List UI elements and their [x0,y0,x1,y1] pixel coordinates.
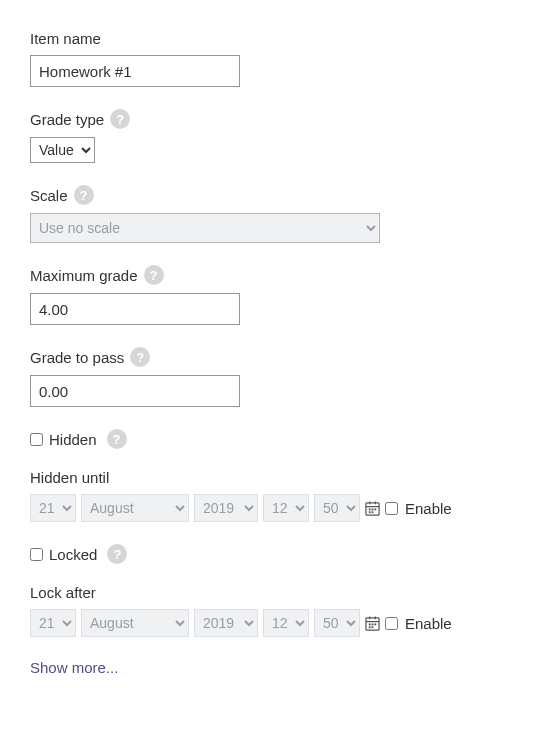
hidden-until-day-select: 21 [30,494,76,522]
lock-after-enable-checkbox[interactable] [385,617,398,630]
svg-rect-13 [369,623,371,625]
scale-select: Use no scale [30,213,380,243]
svg-rect-15 [374,623,376,625]
max-grade-label-text: Maximum grade [30,267,138,284]
lock-after-enable-label: Enable [405,615,452,632]
lock-after-hour-select: 12 [263,609,309,637]
locked-checkbox[interactable] [30,548,43,561]
item-name-input[interactable] [30,55,240,87]
grade-type-label-text: Grade type [30,111,104,128]
lock-after-label-text: Lock after [30,584,96,601]
hidden-label: Hidden [49,431,97,448]
hidden-until-enable-checkbox[interactable] [385,502,398,515]
calendar-icon[interactable] [365,616,380,631]
svg-rect-16 [369,626,371,628]
show-more-link[interactable]: Show more... [30,659,512,676]
grade-type-select[interactable]: Value [30,137,95,163]
svg-rect-14 [372,623,374,625]
lock-after-month-select: August [81,609,189,637]
hidden-until-hour-select: 12 [263,494,309,522]
grade-to-pass-label-text: Grade to pass [30,349,124,366]
hidden-until-minute-select: 50 [314,494,360,522]
max-grade-label: Maximum grade ? [30,265,512,285]
hidden-until-label-text: Hidden until [30,469,109,486]
lock-after-minute-select: 50 [314,609,360,637]
item-name-label: Item name [30,30,512,47]
svg-rect-17 [372,626,374,628]
grade-to-pass-label: Grade to pass ? [30,347,512,367]
lock-after-year-select: 2019 [194,609,258,637]
hidden-until-month-select: August [81,494,189,522]
help-icon[interactable]: ? [74,185,94,205]
help-icon[interactable]: ? [110,109,130,129]
item-name-label-text: Item name [30,30,101,47]
help-icon[interactable]: ? [130,347,150,367]
lock-after-day-select: 21 [30,609,76,637]
svg-rect-7 [369,511,371,513]
hidden-until-enable-label: Enable [405,500,452,517]
locked-label: Locked [49,546,97,563]
hidden-until-year-select: 2019 [194,494,258,522]
calendar-icon[interactable] [365,501,380,516]
help-icon[interactable]: ? [107,544,127,564]
lock-after-label: Lock after [30,584,512,601]
svg-rect-6 [374,508,376,510]
scale-label: Scale ? [30,185,512,205]
scale-label-text: Scale [30,187,68,204]
svg-rect-5 [372,508,374,510]
svg-rect-4 [369,508,371,510]
hidden-checkbox[interactable] [30,433,43,446]
help-icon[interactable]: ? [107,429,127,449]
svg-rect-8 [372,511,374,513]
hidden-until-label: Hidden until [30,469,512,486]
help-icon[interactable]: ? [144,265,164,285]
max-grade-input[interactable] [30,293,240,325]
grade-type-label: Grade type ? [30,109,512,129]
grade-to-pass-input[interactable] [30,375,240,407]
